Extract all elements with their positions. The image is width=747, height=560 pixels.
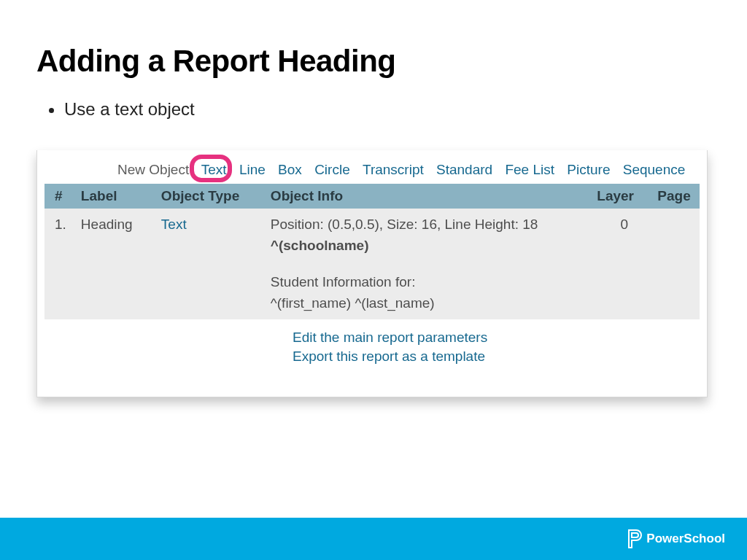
table-header-row: # Label Object Type Object Info Layer Pa… [44,184,700,209]
cell-page [649,209,700,319]
cell-label: Heading [74,209,154,319]
new-object-toolbar: New Object: Text Line Box Circle Transcr… [44,160,700,184]
col-type: Object Type [154,184,263,209]
new-object-sequence-link[interactable]: Sequence [623,162,686,177]
info-studentlabel: Student Information for: [271,272,582,293]
report-actions: Edit the main report parameters Export t… [44,319,700,365]
cell-info: Position: (0.5,0.5), Size: 16, Line Heig… [263,209,589,319]
table-row: 1. Heading Text Position: (0.5,0.5), Siz… [44,209,700,319]
slide-title: Adding a Report Heading [36,44,711,79]
new-object-box-link[interactable]: Box [278,162,302,177]
col-layer: Layer [589,184,649,209]
col-num: # [44,184,74,209]
info-schoolname: ^(schoolname) [271,236,582,257]
info-namefields: ^(first_name) ^(last_name) [271,293,582,314]
new-object-line-link[interactable]: Line [239,162,266,177]
bullet-item: Use a text object [64,99,711,120]
col-label: Label [74,184,154,209]
brand-label: PowerSchool [646,532,725,546]
col-page: Page [649,184,700,209]
new-object-label: New Object: [117,162,193,177]
footer-bar: PowerSchool [0,518,747,560]
report-objects-panel: New Object: Text Line Box Circle Transcr… [36,150,708,397]
objects-table: # Label Object Type Object Info Layer Pa… [44,184,700,319]
bullet-list: Use a text object [36,99,711,120]
cell-layer: 0 [589,209,649,319]
new-object-picture-link[interactable]: Picture [567,162,610,177]
object-type-link[interactable]: Text [161,217,187,232]
export-template-link[interactable]: Export this report as a template [293,349,700,365]
new-object-feelist-link[interactable]: Fee List [505,162,554,177]
new-object-text-link[interactable]: Text [201,162,227,177]
new-object-transcript-link[interactable]: Transcript [363,162,424,177]
edit-parameters-link[interactable]: Edit the main report parameters [293,330,700,346]
info-position: Position: (0.5,0.5), Size: 16, Line Heig… [271,214,582,236]
powerschool-logo-icon [626,529,642,549]
new-object-standard-link[interactable]: Standard [436,162,492,177]
cell-type: Text [154,209,263,319]
col-info: Object Info [263,184,589,209]
new-object-circle-link[interactable]: Circle [314,162,350,177]
brand: PowerSchool [626,529,725,549]
cell-num: 1. [44,209,74,319]
